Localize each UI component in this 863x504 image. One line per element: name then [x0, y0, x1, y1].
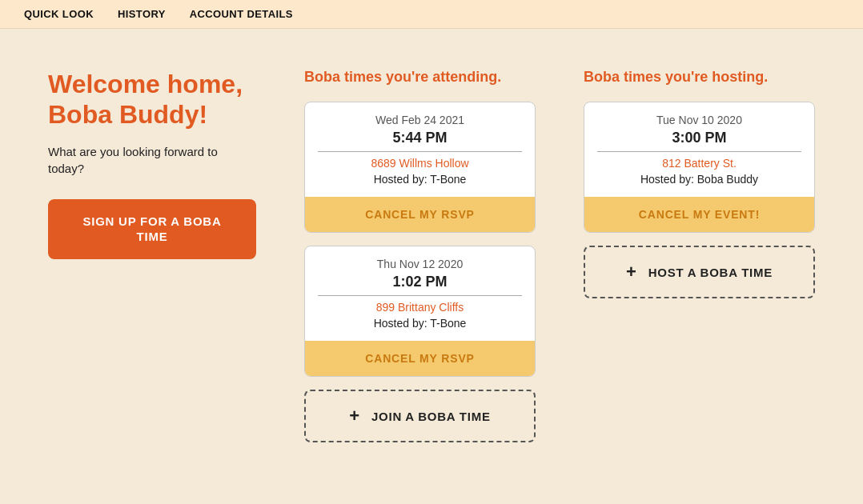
cancel-event-btn-1[interactable]: CANCEL MY EVENT! — [584, 197, 814, 232]
attending-panel: Boba times you're attending. Wed Feb 24 … — [304, 69, 536, 453]
nav-history[interactable]: HISTORY — [118, 8, 166, 20]
hosting-event-host-1: Hosted by: Boba Buddy — [597, 173, 801, 186]
hosting-event-info-1: Tue Nov 10 2020 3:00 PM 812 Battery St. … — [584, 102, 814, 197]
hosting-panel: Boba times you're hosting. Tue Nov 10 20… — [584, 69, 815, 453]
nav-account-details[interactable]: ACCOUNT DETAILS — [190, 8, 293, 20]
hosting-event-time-1: 3:00 PM — [597, 130, 801, 146]
attending-event-address-1: 8689 Willms Hollow — [318, 157, 522, 170]
attending-title: Boba times you're attending. — [304, 69, 536, 86]
hosting-event-address-1: 812 Battery St. — [597, 157, 801, 170]
attending-event-card-1: Wed Feb 24 2021 5:44 PM 8689 Willms Holl… — [304, 102, 536, 233]
join-boba-time-label: JOIN A BOBA TIME — [371, 410, 491, 423]
hosting-title: Boba times you're hosting. — [584, 69, 815, 86]
cancel-rsvp-btn-2[interactable]: CANCEL MY RSVP — [305, 341, 535, 376]
cancel-rsvp-btn-1[interactable]: CANCEL MY RSVP — [305, 197, 535, 232]
host-boba-time-label: HOST A BOBA TIME — [648, 266, 773, 279]
attending-event-card-2: Thu Nov 12 2020 1:02 PM 899 Brittany Cli… — [304, 246, 536, 377]
host-boba-time-button[interactable]: + HOST A BOBA TIME — [584, 246, 815, 298]
left-panel: Welcome home, Boba Buddy! What are you l… — [48, 69, 256, 453]
top-nav: QUICK LOOK HISTORY ACCOUNT DETAILS — [0, 0, 863, 29]
hosting-event-date-1: Tue Nov 10 2020 — [597, 114, 801, 126]
join-boba-time-button[interactable]: + JOIN A BOBA TIME — [304, 390, 536, 442]
attending-event-date-2: Thu Nov 12 2020 — [318, 258, 522, 270]
main-content: Welcome home, Boba Buddy! What are you l… — [0, 29, 863, 493]
attending-event-info-2: Thu Nov 12 2020 1:02 PM 899 Brittany Cli… — [305, 246, 535, 341]
host-plus-icon: + — [626, 262, 637, 282]
attending-event-address-2: 899 Brittany Cliffs — [318, 301, 522, 314]
attending-event-host-2: Hosted by: T-Bone — [318, 317, 522, 330]
attending-event-date-1: Wed Feb 24 2021 — [318, 114, 522, 126]
attending-event-time-2: 1:02 PM — [318, 274, 522, 290]
sub-heading: What are you looking forward to today? — [48, 143, 256, 177]
attending-event-time-1: 5:44 PM — [318, 130, 522, 146]
sign-up-button[interactable]: SIGN UP FOR A BOBA TIME — [48, 199, 256, 259]
hosting-event-card-1: Tue Nov 10 2020 3:00 PM 812 Battery St. … — [584, 102, 815, 233]
attending-event-host-1: Hosted by: T-Bone — [318, 173, 522, 186]
nav-quick-look[interactable]: QUICK LOOK — [24, 8, 94, 20]
welcome-heading: Welcome home, Boba Buddy! — [48, 69, 256, 130]
attending-event-info-1: Wed Feb 24 2021 5:44 PM 8689 Willms Holl… — [305, 102, 535, 197]
join-plus-icon: + — [349, 406, 360, 426]
